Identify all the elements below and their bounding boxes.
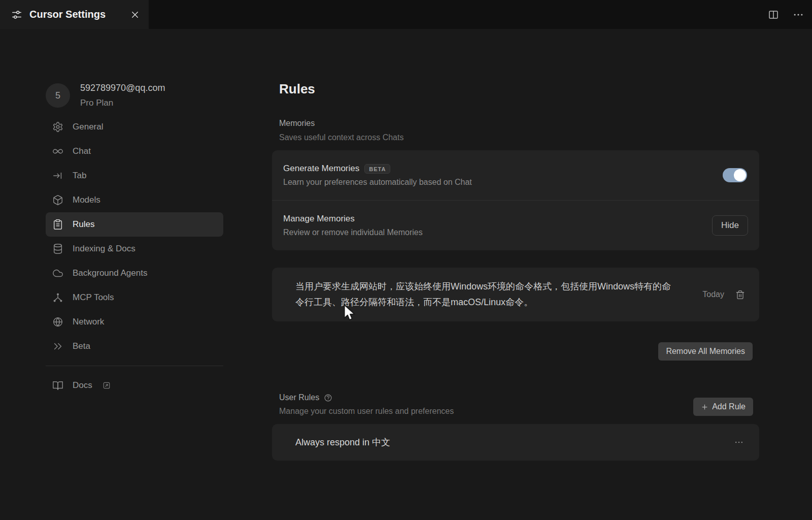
user-rules-subheading: Manage your custom user rules and prefer… <box>272 407 454 416</box>
sidebar-item-general[interactable]: General <box>46 115 223 139</box>
user-rule-item-card: Always respond in 中文 <box>272 424 759 461</box>
account-info: 5 592789970@qq.com Pro Plan <box>46 81 233 110</box>
sidebar-item-tab[interactable]: Tab <box>46 164 223 188</box>
user-rules-heading: User Rules <box>272 393 319 402</box>
memory-text: 当用户要求生成网站时，应该始终使用Windows环境的命令格式，包括使用Wind… <box>295 279 674 310</box>
generate-memories-subtitle: Learn your preferences automatically bas… <box>283 178 472 187</box>
database-icon <box>52 243 63 254</box>
sidebar-item-models[interactable]: Models <box>46 188 223 212</box>
sidebar-item-mcp-tools[interactable]: MCP Tools <box>46 285 223 310</box>
sidebar-item-label: Beta <box>73 341 90 351</box>
generate-memories-row: Generate Memories BETA Learn your prefer… <box>272 150 759 200</box>
sidebar-item-label: Models <box>73 195 100 205</box>
book-icon <box>52 380 63 391</box>
memories-subheading: Saves useful context across Chats <box>272 133 759 142</box>
avatar: 5 <box>46 83 70 108</box>
memories-heading: Memories <box>272 119 759 128</box>
add-rule-label: Add Rule <box>712 402 746 411</box>
sidebar-divider <box>46 366 223 366</box>
gear-icon <box>52 121 63 133</box>
help-circle-icon[interactable] <box>324 394 332 402</box>
rules-settings-panel: Rules Memories Saves useful context acro… <box>272 29 759 520</box>
sidebar-item-label: Network <box>73 317 104 327</box>
sidebar-item-docs[interactable]: Docs <box>46 373 223 398</box>
add-rule-button[interactable]: Add Rule <box>693 398 753 416</box>
manage-memories-row: Manage Memories Review or remove individ… <box>272 201 759 250</box>
tab-bar: Cursor Settings <box>0 0 812 29</box>
tab-close-icon[interactable] <box>130 10 140 19</box>
sidebar-nav: General Chat Tab <box>46 115 223 398</box>
generate-memories-toggle[interactable] <box>723 168 747 182</box>
sidebar-item-rules[interactable]: Rules <box>46 212 223 237</box>
hide-button[interactable]: Hide <box>712 215 748 236</box>
sliders-icon <box>11 9 22 20</box>
user-rule-text: Always respond in 中文 <box>295 436 390 448</box>
sidebar-item-label: Tab <box>73 171 86 181</box>
manage-memories-subtitle: Review or remove individual Memories <box>283 228 423 237</box>
sidebar-item-label: Chat <box>73 146 91 156</box>
split-editor-icon[interactable] <box>767 9 780 21</box>
globe-icon <box>52 316 63 328</box>
arrow-to-bar-icon <box>52 170 63 181</box>
external-link-icon <box>103 381 111 389</box>
sidebar-item-background-agents[interactable]: Background Agents <box>46 261 223 285</box>
more-actions-icon[interactable] <box>793 9 804 20</box>
sidebar-item-indexing-docs[interactable]: Indexing & Docs <box>46 237 223 261</box>
manage-memories-title: Manage Memories <box>283 214 355 224</box>
memory-date: Today <box>702 290 724 299</box>
clipboard-icon <box>52 219 63 230</box>
account-plan: Pro Plan <box>80 96 165 110</box>
network-nodes-icon <box>52 292 63 303</box>
page-title: Rules <box>272 81 759 97</box>
sidebar-item-label: Background Agents <box>73 268 147 278</box>
sidebar-item-label: Indexing & Docs <box>73 244 136 254</box>
memories-settings-card: Generate Memories BETA Learn your prefer… <box>272 150 759 250</box>
sidebar-item-network[interactable]: Network <box>46 310 223 334</box>
plus-icon <box>701 403 708 411</box>
tab-cursor-settings[interactable]: Cursor Settings <box>0 0 149 29</box>
trash-icon[interactable] <box>735 290 745 300</box>
sidebar-item-label: MCP Tools <box>73 292 114 303</box>
sidebar-item-label: Docs <box>73 380 92 391</box>
sidebar-item-beta[interactable]: Beta <box>46 334 223 359</box>
tab-title: Cursor Settings <box>29 9 106 20</box>
beta-badge: BETA <box>364 164 390 174</box>
cube-icon <box>52 194 63 206</box>
toggle-knob <box>734 169 746 181</box>
remove-all-memories-button[interactable]: Remove All Memories <box>658 342 753 361</box>
sidebar-item-label: Rules <box>73 219 94 230</box>
infinity-icon <box>52 146 63 157</box>
double-chevron-icon <box>52 341 63 352</box>
memory-item-card: 当用户要求生成网站时，应该始终使用Windows环境的命令格式，包括使用Wind… <box>272 268 759 321</box>
generate-memories-title: Generate Memories <box>283 164 359 174</box>
settings-sidebar: 5 592789970@qq.com Pro Plan General <box>0 29 233 520</box>
cloud-icon <box>52 268 63 279</box>
sidebar-item-label: General <box>73 122 103 132</box>
rule-more-icon[interactable] <box>734 437 744 447</box>
sidebar-item-chat[interactable]: Chat <box>46 139 223 164</box>
account-email: 592789970@qq.com <box>80 81 165 94</box>
